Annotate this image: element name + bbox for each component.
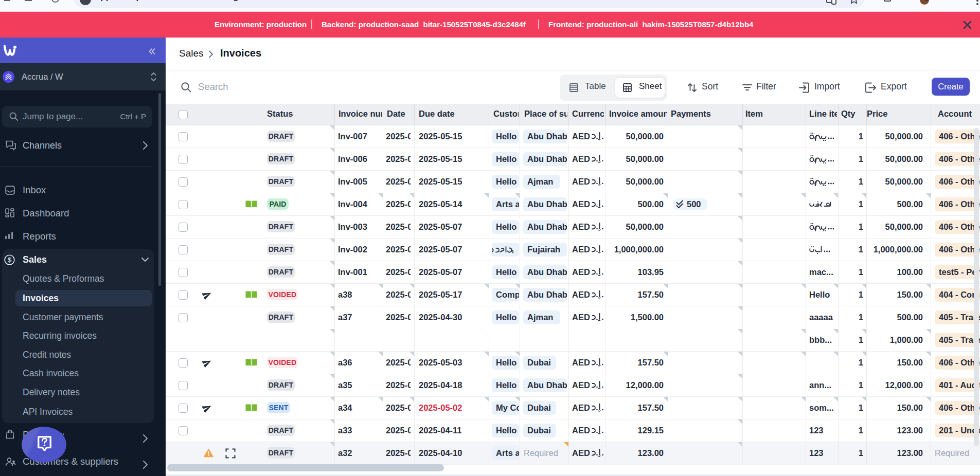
svg-text:$: $ [8, 256, 12, 264]
